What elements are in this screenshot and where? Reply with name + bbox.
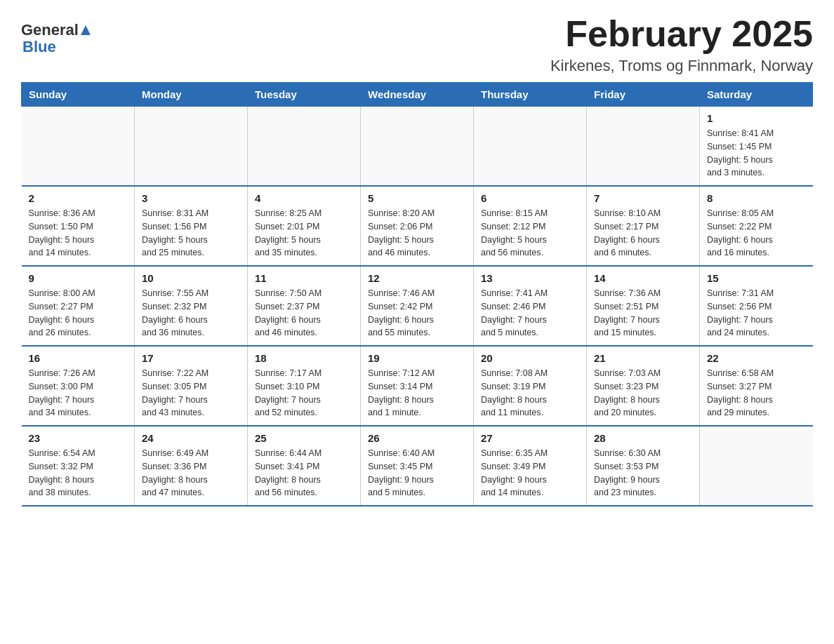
day-info: Sunrise: 6:58 AMSunset: 3:27 PMDaylight:… [707, 367, 806, 420]
calendar-day-cell: 4Sunrise: 8:25 AMSunset: 2:01 PMDaylight… [248, 186, 361, 266]
calendar-day-cell: 14Sunrise: 7:36 AMSunset: 2:51 PMDayligh… [587, 266, 700, 346]
day-number: 3 [142, 192, 240, 204]
calendar-day-cell: 19Sunrise: 7:12 AMSunset: 3:14 PMDayligh… [361, 346, 474, 426]
calendar-day-cell [248, 107, 361, 187]
calendar-day-cell: 12Sunrise: 7:46 AMSunset: 2:42 PMDayligh… [361, 266, 474, 346]
calendar-header-row: SundayMondayTuesdayWednesdayThursdayFrid… [22, 83, 813, 107]
calendar-day-cell [700, 426, 813, 506]
day-info: Sunrise: 7:08 AMSunset: 3:19 PMDaylight:… [481, 367, 579, 420]
day-info: Sunrise: 6:40 AMSunset: 3:45 PMDaylight:… [368, 447, 466, 499]
day-info: Sunrise: 7:26 AMSunset: 3:00 PMDaylight:… [29, 367, 128, 420]
day-info: Sunrise: 7:03 AMSunset: 3:23 PMDaylight:… [594, 367, 692, 420]
day-number: 2 [29, 192, 128, 204]
day-info: Sunrise: 7:46 AMSunset: 2:42 PMDaylight:… [368, 287, 466, 340]
day-info: Sunrise: 7:50 AMSunset: 2:37 PMDaylight:… [255, 287, 353, 340]
calendar-day-cell: 2Sunrise: 8:36 AMSunset: 1:50 PMDaylight… [22, 186, 135, 266]
day-number: 14 [594, 272, 692, 284]
day-number: 28 [594, 432, 692, 444]
title-area: February 2025 Kirkenes, Troms og Finnmar… [550, 14, 813, 75]
day-info: Sunrise: 8:00 AMSunset: 2:27 PMDaylight:… [29, 287, 128, 340]
calendar-day-header: Tuesday [248, 83, 361, 107]
calendar-day-header: Wednesday [361, 83, 474, 107]
calendar-day-cell: 26Sunrise: 6:40 AMSunset: 3:45 PMDayligh… [361, 426, 474, 506]
day-info: Sunrise: 8:05 AMSunset: 2:22 PMDaylight:… [707, 207, 806, 260]
day-number: 24 [142, 432, 240, 444]
day-info: Sunrise: 8:20 AMSunset: 2:06 PMDaylight:… [368, 207, 466, 260]
page-header: General Blue February 2025 Kirkenes, Tro… [21, 14, 813, 75]
calendar-day-header: Thursday [474, 83, 587, 107]
logo-text: General [21, 21, 93, 39]
calendar-day-cell: 8Sunrise: 8:05 AMSunset: 2:22 PMDaylight… [700, 186, 813, 266]
calendar-day-cell: 28Sunrise: 6:30 AMSunset: 3:53 PMDayligh… [587, 426, 700, 506]
calendar-day-cell: 6Sunrise: 8:15 AMSunset: 2:12 PMDaylight… [474, 186, 587, 266]
logo-general-text: General [21, 21, 79, 39]
calendar-day-cell [22, 107, 135, 187]
day-number: 18 [255, 352, 353, 364]
day-info: Sunrise: 7:55 AMSunset: 2:32 PMDaylight:… [142, 287, 240, 340]
calendar-day-cell: 3Sunrise: 8:31 AMSunset: 1:56 PMDaylight… [135, 186, 248, 266]
month-title: February 2025 [550, 14, 813, 54]
logo-triangle-icon [79, 24, 92, 36]
day-info: Sunrise: 6:44 AMSunset: 3:41 PMDaylight:… [255, 447, 353, 499]
calendar-day-header: Saturday [700, 83, 813, 107]
calendar-week-row: 9Sunrise: 8:00 AMSunset: 2:27 PMDaylight… [22, 266, 813, 346]
calendar-day-cell [587, 107, 700, 187]
calendar-week-row: 2Sunrise: 8:36 AMSunset: 1:50 PMDaylight… [22, 186, 813, 266]
day-number: 9 [29, 272, 128, 284]
day-number: 15 [707, 272, 806, 284]
calendar-day-cell [135, 107, 248, 187]
day-info: Sunrise: 8:36 AMSunset: 1:50 PMDaylight:… [29, 207, 128, 260]
calendar-day-cell: 13Sunrise: 7:41 AMSunset: 2:46 PMDayligh… [474, 266, 587, 346]
day-number: 17 [142, 352, 240, 364]
calendar-day-header: Friday [587, 83, 700, 107]
calendar-day-cell: 22Sunrise: 6:58 AMSunset: 3:27 PMDayligh… [700, 346, 813, 426]
calendar-day-cell [361, 107, 474, 187]
day-number: 25 [255, 432, 353, 444]
calendar-day-cell [474, 107, 587, 187]
calendar-week-row: 16Sunrise: 7:26 AMSunset: 3:00 PMDayligh… [22, 346, 813, 426]
calendar-day-cell: 23Sunrise: 6:54 AMSunset: 3:32 PMDayligh… [22, 426, 135, 506]
calendar-day-cell: 10Sunrise: 7:55 AMSunset: 2:32 PMDayligh… [135, 266, 248, 346]
day-number: 1 [707, 112, 806, 124]
calendar-day-header: Sunday [22, 83, 135, 107]
day-info: Sunrise: 6:35 AMSunset: 3:49 PMDaylight:… [481, 447, 579, 499]
day-number: 11 [255, 272, 353, 284]
calendar-day-cell: 11Sunrise: 7:50 AMSunset: 2:37 PMDayligh… [248, 266, 361, 346]
day-number: 7 [594, 192, 692, 204]
logo-blue-text: Blue [21, 38, 56, 56]
day-number: 8 [707, 192, 806, 204]
svg-marker-0 [81, 25, 91, 35]
day-info: Sunrise: 8:25 AMSunset: 2:01 PMDaylight:… [255, 207, 353, 260]
calendar-day-cell: 7Sunrise: 8:10 AMSunset: 2:17 PMDaylight… [587, 186, 700, 266]
day-number: 26 [368, 432, 466, 444]
day-info: Sunrise: 7:31 AMSunset: 2:56 PMDaylight:… [707, 287, 806, 340]
day-number: 21 [594, 352, 692, 364]
calendar-week-row: 1Sunrise: 8:41 AMSunset: 1:45 PMDaylight… [22, 107, 813, 187]
calendar-day-cell: 24Sunrise: 6:49 AMSunset: 3:36 PMDayligh… [135, 426, 248, 506]
day-info: Sunrise: 7:22 AMSunset: 3:05 PMDaylight:… [142, 367, 240, 420]
day-info: Sunrise: 6:54 AMSunset: 3:32 PMDaylight:… [29, 447, 128, 499]
calendar-day-cell: 9Sunrise: 8:00 AMSunset: 2:27 PMDaylight… [22, 266, 135, 346]
day-number: 6 [481, 192, 579, 204]
calendar-day-cell: 20Sunrise: 7:08 AMSunset: 3:19 PMDayligh… [474, 346, 587, 426]
day-number: 19 [368, 352, 466, 364]
calendar-day-cell: 5Sunrise: 8:20 AMSunset: 2:06 PMDaylight… [361, 186, 474, 266]
day-info: Sunrise: 8:10 AMSunset: 2:17 PMDaylight:… [594, 207, 692, 260]
day-info: Sunrise: 7:12 AMSunset: 3:14 PMDaylight:… [368, 367, 466, 420]
day-info: Sunrise: 6:49 AMSunset: 3:36 PMDaylight:… [142, 447, 240, 499]
location-subtitle: Kirkenes, Troms og Finnmark, Norway [550, 57, 813, 75]
logo: General Blue [21, 14, 93, 56]
day-number: 10 [142, 272, 240, 284]
day-info: Sunrise: 7:17 AMSunset: 3:10 PMDaylight:… [255, 367, 353, 420]
calendar-week-row: 23Sunrise: 6:54 AMSunset: 3:32 PMDayligh… [22, 426, 813, 506]
day-number: 20 [481, 352, 579, 364]
day-info: Sunrise: 8:41 AMSunset: 1:45 PMDaylight:… [707, 127, 806, 180]
calendar-day-cell: 25Sunrise: 6:44 AMSunset: 3:41 PMDayligh… [248, 426, 361, 506]
day-info: Sunrise: 7:36 AMSunset: 2:51 PMDaylight:… [594, 287, 692, 340]
calendar-table: SundayMondayTuesdayWednesdayThursdayFrid… [21, 82, 813, 507]
calendar-day-cell: 18Sunrise: 7:17 AMSunset: 3:10 PMDayligh… [248, 346, 361, 426]
calendar-day-cell: 17Sunrise: 7:22 AMSunset: 3:05 PMDayligh… [135, 346, 248, 426]
day-number: 4 [255, 192, 353, 204]
calendar-day-cell: 21Sunrise: 7:03 AMSunset: 3:23 PMDayligh… [587, 346, 700, 426]
day-number: 13 [481, 272, 579, 284]
